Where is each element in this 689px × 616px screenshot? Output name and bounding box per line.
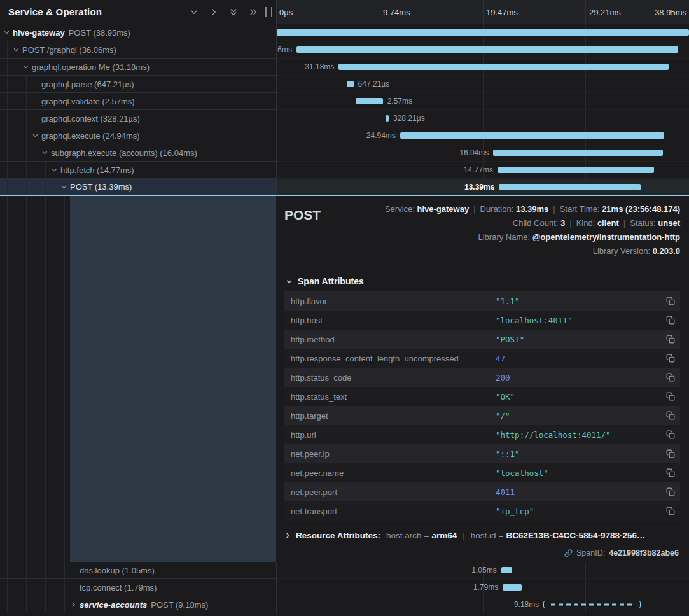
operation-name: tcp.connect (1.79ms) [80, 583, 157, 592]
chevron-right-icon[interactable] [209, 8, 218, 17]
span-timeline-cell[interactable]: 31.18ms [277, 59, 689, 76]
span-timeline-cell[interactable]: 24.94ms [277, 127, 689, 144]
span-tree-cell[interactable]: graphql.validate (2.57ms) [0, 93, 277, 110]
span-duration-bar[interactable] [277, 29, 689, 36]
span-duration-bar[interactable] [356, 98, 383, 104]
double-chevron-down-icon[interactable] [229, 8, 238, 17]
span-row[interactable]: POST /graphql (36.06ms)36.06ms [0, 41, 689, 59]
meta-separator: | [469, 204, 480, 214]
resource-equals: = [496, 531, 506, 540]
span-tree-cell[interactable]: graphql.context (328.21µs) [0, 110, 277, 127]
span-row[interactable]: graphql.operation Me (31.18ms)31.18ms [0, 59, 689, 76]
copy-icon[interactable] [660, 297, 675, 305]
service-name: hive-gateway [13, 28, 65, 38]
span-timeline-cell[interactable]: 647.21µs [277, 76, 689, 93]
span-duration-bar[interactable] [386, 115, 389, 122]
copy-icon[interactable] [660, 411, 675, 420]
panel-resizer-handle[interactable] [265, 7, 272, 17]
span-row[interactable]: dns.lookup (1.05ms)1.05ms [0, 562, 689, 579]
meta-separator: | [565, 218, 576, 228]
span-duration-bar[interactable] [503, 584, 522, 591]
span-timeline-cell[interactable]: 1.79ms [277, 579, 689, 596]
span-timeline-cell[interactable]: 1.05ms [277, 562, 689, 579]
resource-attributes-row[interactable]: Resource Attributes: host.arch=arm64|hos… [284, 531, 680, 540]
panel-title: Service & Operation [8, 6, 190, 17]
timeline-tick-label: 38.95ms [655, 7, 686, 17]
meta-separator: | [619, 218, 630, 228]
span-duration-bar[interactable] [400, 132, 664, 139]
copy-icon[interactable] [660, 392, 675, 401]
copy-icon[interactable] [660, 316, 675, 325]
span-detail-block: POST Service: hive-gateway|Duration: 13.… [0, 196, 689, 562]
detail-indent-fill [70, 196, 276, 562]
span-label: tcp.connect (1.79ms) [0, 583, 157, 592]
span-row[interactable]: subgraph.execute (accounts) (16.04ms)16.… [0, 144, 689, 162]
span-row[interactable]: graphql.context (328.21µs)328.21µs [0, 110, 689, 127]
copy-icon[interactable] [660, 507, 675, 515]
span-timeline-cell[interactable] [277, 24, 689, 41]
span-tree-cell[interactable]: graphql.operation Me (31.18ms) [0, 59, 277, 76]
span-tree-cell[interactable]: tcp.connect (1.79ms) [0, 579, 277, 596]
copy-icon[interactable] [660, 487, 675, 496]
span-timeline-cell[interactable]: 14.77ms [277, 162, 689, 179]
span-duration-bar[interactable] [338, 64, 669, 70]
span-timeline-cell[interactable]: 13.39ms [277, 179, 689, 196]
span-label: subgraph.execute (accounts) (16.04ms) [0, 148, 197, 158]
span-row[interactable]: hive-gatewayPOST (38.95ms) [0, 24, 689, 41]
span-duration-bar[interactable] [296, 46, 678, 53]
span-timeline-cell[interactable]: 36.06ms [277, 41, 689, 59]
meta-value: unset [658, 218, 680, 228]
span-label: hive-gatewayPOST (38.95ms) [0, 28, 130, 38]
span-meta-line: Library Version: 0.203.0 [321, 244, 680, 258]
operation-name: POST (9.18ms) [151, 600, 208, 610]
attribute-row: http.target"/" [284, 406, 680, 425]
attribute-key: http.status_text [291, 392, 496, 402]
attribute-key: http.url [291, 430, 496, 440]
span-duration-label: 9.18ms [514, 600, 539, 609]
span-tree-cell[interactable]: graphql.parse (647.21µs) [0, 76, 277, 93]
span-duration-bar[interactable] [498, 167, 654, 173]
span-row[interactable]: service-accountsPOST (9.18ms)9.18ms [0, 596, 689, 613]
operation-name: POST /graphql (36.06ms) [22, 45, 116, 55]
span-row[interactable]: graphql.execute (24.94ms)24.94ms [0, 127, 689, 144]
copy-icon[interactable] [660, 335, 675, 344]
copy-icon[interactable] [660, 430, 675, 439]
chevron-down-icon[interactable] [190, 8, 198, 17]
span-label: POST /graphql (36.06ms) [0, 45, 116, 55]
copy-icon[interactable] [660, 449, 675, 458]
span-timeline-cell[interactable]: 328.21µs [277, 110, 689, 127]
span-tree-cell[interactable]: hive-gatewayPOST (38.95ms) [0, 24, 277, 41]
span-tree-cell[interactable]: graphql.execute (24.94ms) [0, 127, 277, 144]
span-row[interactable]: tcp.connect (1.79ms)1.79ms [0, 579, 689, 596]
span-tree-cell[interactable]: subgraph.execute (accounts) (16.04ms) [0, 144, 277, 162]
span-timeline-cell[interactable]: 2.57ms [277, 93, 689, 110]
span-duration-bar[interactable] [499, 184, 641, 190]
span-tree-cell[interactable]: POST (13.39ms) [0, 179, 277, 196]
span-duration-bar[interactable] [543, 601, 641, 608]
span-meta-line: Child Count: 3|Kind: client|Status: unse… [321, 216, 680, 230]
indent-guide [17, 196, 17, 562]
span-duration-bar[interactable] [493, 150, 663, 156]
span-row[interactable]: POST (13.39ms)13.39ms [0, 179, 689, 196]
copy-icon[interactable] [660, 468, 675, 477]
span-duration-label: 24.94ms [366, 131, 396, 140]
service-name: service-accounts [80, 600, 147, 610]
link-icon[interactable] [564, 549, 573, 557]
attribute-value: "localhost" [496, 468, 660, 478]
copy-icon[interactable] [660, 354, 675, 363]
span-row[interactable]: graphql.parse (647.21µs)647.21µs [0, 76, 689, 93]
span-row[interactable]: http.fetch (14.77ms)14.77ms [0, 162, 689, 179]
span-timeline-cell[interactable]: 16.04ms [277, 144, 689, 162]
double-chevron-right-icon[interactable] [249, 8, 258, 17]
span-duration-bar[interactable] [501, 567, 512, 573]
resource-value: BC62E13B-C4CC-5854-9788-256… [506, 531, 645, 540]
span-row[interactable]: graphql.validate (2.57ms)2.57ms [0, 93, 689, 110]
span-attributes-toggle[interactable]: Span Attributes [286, 276, 680, 286]
span-tree-cell[interactable]: service-accountsPOST (9.18ms) [0, 596, 277, 613]
span-tree-cell[interactable]: POST /graphql (36.06ms) [0, 41, 277, 59]
span-tree-cell[interactable]: http.fetch (14.77ms) [0, 162, 277, 179]
span-timeline-cell[interactable]: 9.18ms [277, 596, 689, 613]
span-tree-cell[interactable]: dns.lookup (1.05ms) [0, 562, 277, 579]
span-duration-bar[interactable] [347, 81, 354, 87]
copy-icon[interactable] [660, 373, 675, 382]
